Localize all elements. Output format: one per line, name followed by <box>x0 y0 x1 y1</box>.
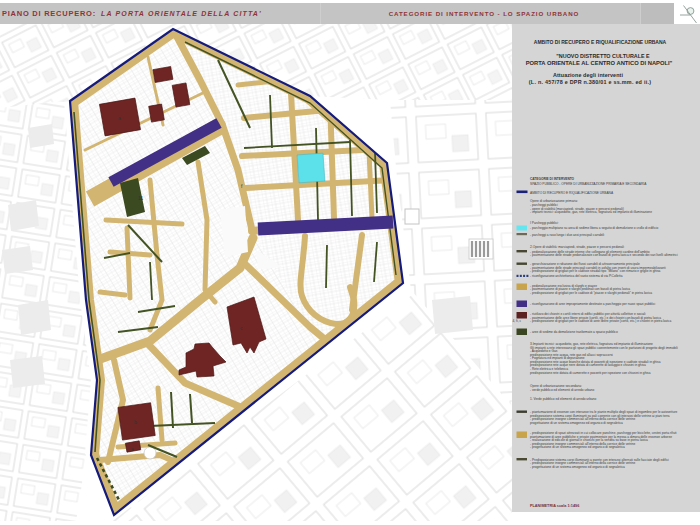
svg-text:I Parcheggi pubblici:: I Parcheggi pubblici: <box>530 221 559 225</box>
svg-text:AMBITO DI RECUPERO E RIQUALIFI: AMBITO DI RECUPERO E RIQUALIFICAZIONE UR… <box>530 191 614 195</box>
svg-text:- parcheggi a raso lungo i due: - parcheggi a raso lungo i due assi prin… <box>530 233 605 237</box>
svg-text:- aree di sedime da demolizion: - aree di sedime da demolizione trasform… <box>530 330 618 334</box>
svg-text:- impianti tecnici: acquedotto: - impianti tecnici: acquedotto, gas, ret… <box>530 210 652 214</box>
svg-text:progettazione di un sistema om: progettazione di un sistema omogeneo ed … <box>530 421 623 425</box>
svg-text:- progettazione di un sistema: - progettazione di un sistema omogeneo e… <box>530 465 625 469</box>
svg-text:CATEGORIE DI INTERVENTO: CATEGORIE DI INTERVENTO <box>530 177 575 181</box>
svg-text:(L. n. 457/78 e DPR n.380/01 e: (L. n. 457/78 e DPR n.380/01 e ss.mm. ed… <box>529 79 651 85</box>
svg-text:- predisposizione di grigliat: - predisposizione di grigliati per le ca… <box>530 291 652 295</box>
svg-text:PLANIMETRIA scala 1:1496: PLANIMETRIA scala 1:1496 <box>530 504 579 508</box>
svg-text:"NUOVO DISTRETTO CULTURALE E: "NUOVO DISTRETTO CULTURALE E <box>556 53 650 59</box>
svg-text:11: 11 <box>138 195 143 201</box>
svg-text:AMBITO DI RECUPERO E RIQUALIFI: AMBITO DI RECUPERO E RIQUALIFICAZIONE UR… <box>534 39 667 45</box>
svg-text:- predisposizione di grigliat: - predisposizione di grigliati per le ca… <box>530 269 661 273</box>
svg-text:- pavimentazione delle strade: - pavimentazione delle strade pedonalizz… <box>530 253 678 257</box>
svg-text:CATEGORIE DI INTERVENTO - LO S: CATEGORIE DI INTERVENTO - LO SPAZIO URBA… <box>389 10 580 17</box>
svg-text:- verde pubblico ed elementi d: - verde pubblico ed elementi di arredo u… <box>530 388 595 392</box>
svg-text:1. Verde pubblico ed elementi: 1. Verde pubblico ed elementi di arredo … <box>530 397 597 401</box>
svg-text:PORTA ORIENTALE AL CENTRO ANTI: PORTA ORIENTALE AL CENTRO ANTICO DI NAPO… <box>526 60 673 66</box>
svg-text:b: b <box>134 419 137 425</box>
svg-text:- parcheggio multipiano su are: - parcheggio multipiano su area di sedim… <box>530 226 659 230</box>
svg-text:e: e <box>131 446 134 452</box>
svg-text:PIANO DI RECUPERO:: PIANO DI RECUPERO: <box>2 9 96 18</box>
svg-text:4, fi, c: 4, fi, c <box>513 319 522 323</box>
svg-text:Attuazione degli interventi: Attuazione degli interventi <box>553 72 623 78</box>
svg-text:a: a <box>118 115 121 121</box>
svg-text:predisposizione rete dotata di: predisposizione rete dotata di camerette… <box>530 371 651 375</box>
svg-text:- progettazione di un sistema: - progettazione di un sistema omogeneo e… <box>530 445 625 449</box>
svg-text:- riconfigurazione architetton: - riconfigurazione architettonica del va… <box>530 274 623 278</box>
svg-text:2.Opere di viabilità: marciapi: 2.Opere di viabilità: marciapiedi, strad… <box>530 245 624 249</box>
svg-text:- riconfigurazione di aree imp: - riconfigurazione di aree impropriament… <box>530 302 656 306</box>
svg-text:SPAZIO PUBBLICO - OPERE DI URB: SPAZIO PUBBLICO - OPERE DI URBANIZZAZION… <box>530 182 647 186</box>
svg-text:LA PORTA ORIENTALE DELLA CITTA: LA PORTA ORIENTALE DELLA CITTA' <box>101 10 262 17</box>
svg-text:- predisposizione di grigliat: - predisposizione di grigliati per le ca… <box>530 319 671 323</box>
